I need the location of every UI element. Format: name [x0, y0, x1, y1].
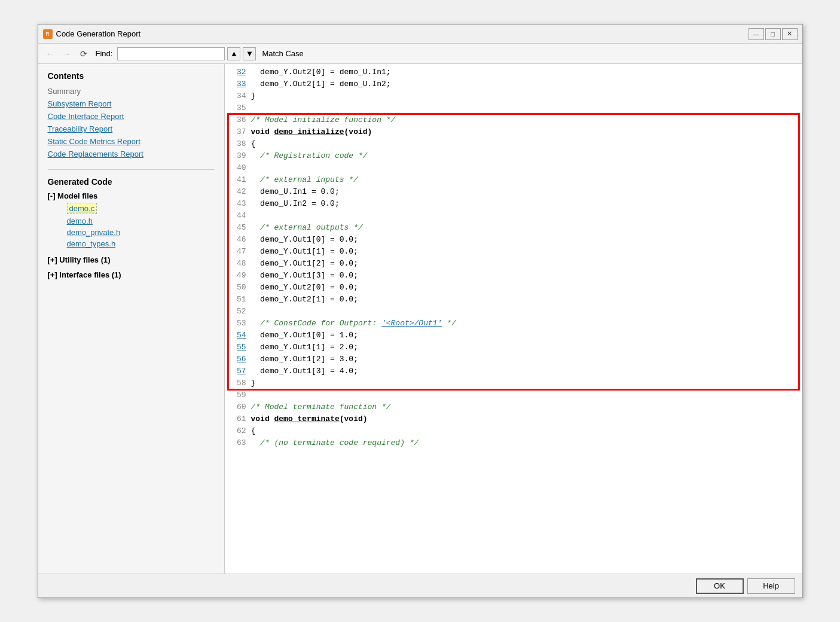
find-label: Find: [96, 49, 113, 58]
code-line: 55 demo_Y.Out1[1] = 2.0; [230, 342, 798, 353]
code-line: 60/* Model terminate function */ [230, 401, 798, 413]
code-line: 40 [230, 162, 798, 174]
tree-file-demo-private-h[interactable]: demo_private.h [48, 228, 215, 237]
model-files-list: demo.cdemo.hdemo_private.hdemo_types.h [48, 203, 215, 251]
bottom-bar: OK Help [38, 574, 802, 597]
sidebar-link-code-interface[interactable]: Code Interface Report [48, 112, 215, 121]
code-line: 52 [230, 306, 798, 318]
code-line: 39 /* Registration code */ [230, 150, 798, 162]
sidebar-link-traceability[interactable]: Traceability Report [48, 124, 215, 133]
sidebar: Contents Summary Subsystem ReportCode In… [38, 64, 225, 574]
close-button[interactable]: ✕ [782, 28, 798, 40]
code-line: 33 demo_Y.Out2[1] = demo_U.In2; [230, 78, 798, 90]
summary-link[interactable]: Summary [48, 87, 215, 96]
code-line: 59 [230, 389, 798, 401]
main-area: Contents Summary Subsystem ReportCode In… [38, 64, 802, 574]
code-line: 48 demo_Y.Out1[2] = 0.0; [230, 258, 798, 270]
code-line: 42 demo_U.In1 = 0.0; [230, 186, 798, 198]
utility-files-header[interactable]: [+] Utility files (1) [48, 255, 215, 264]
code-line: 61void demo_terminate(void) [230, 413, 798, 425]
code-line: 34} [230, 90, 798, 102]
sidebar-link-code-replacements[interactable]: Code Replacements Report [48, 150, 215, 158]
code-line: 32 demo_Y.Out2[0] = demo_U.In1; [230, 66, 798, 78]
code-line: 50 demo_Y.Out2[0] = 0.0; [230, 282, 798, 294]
title-bar: R Code Generation Report — □ ✕ [38, 25, 802, 44]
match-case-label: Match Case [262, 49, 303, 58]
maximize-button[interactable]: □ [765, 28, 781, 40]
tree-file-demo-types-h[interactable]: demo_types.h [48, 239, 215, 248]
code-line: 54 demo_Y.Out1[0] = 1.0; [230, 330, 798, 342]
code-line: 58} [230, 377, 798, 389]
contents-title: Contents [48, 71, 215, 81]
refresh-button[interactable]: ⟳ [77, 47, 91, 60]
code-area[interactable]: 32 demo_Y.Out2[0] = demo_U.In1;33 demo_Y… [225, 64, 802, 574]
code-line: 45 /* external outputs */ [230, 222, 798, 234]
code-line: 63 /* (no terminate code required) */ [230, 437, 798, 449]
sidebar-link-static-code[interactable]: Static Code Metrics Report [48, 137, 215, 146]
minimize-button[interactable]: — [749, 28, 764, 40]
code-line: 37void demo_initialize(void) [230, 126, 798, 138]
find-up-button[interactable]: ▲ [227, 47, 240, 60]
app-icon: R [43, 29, 53, 39]
forward-button[interactable]: → [60, 47, 74, 60]
tree-file-demo-c[interactable]: demo.c [48, 203, 215, 214]
sidebar-divider [48, 169, 215, 170]
code-line: 44 [230, 210, 798, 222]
sidebar-links: Subsystem ReportCode Interface ReportTra… [48, 99, 215, 162]
help-button[interactable]: Help [747, 578, 795, 594]
code-line: 41 /* external inputs */ [230, 174, 798, 186]
main-window: R Code Generation Report — □ ✕ ← → ⟳ Fin… [38, 24, 803, 598]
window-controls: — □ ✕ [749, 28, 798, 40]
code-lines: 32 demo_Y.Out2[0] = demo_U.In1;33 demo_Y… [225, 66, 802, 449]
code-line: 38{ [230, 138, 798, 150]
back-button[interactable]: ← [43, 47, 57, 60]
code-line: 47 demo_Y.Out1[1] = 0.0; [230, 246, 798, 258]
code-line: 57 demo_Y.Out1[3] = 4.0; [230, 365, 798, 377]
find-input[interactable] [117, 47, 225, 60]
code-line: 46 demo_Y.Out1[0] = 0.0; [230, 234, 798, 246]
tree-file-demo-h[interactable]: demo.h [48, 217, 215, 225]
code-line: 51 demo_Y.Out2[1] = 0.0; [230, 294, 798, 306]
find-down-button[interactable]: ▼ [243, 47, 256, 60]
ok-button[interactable]: OK [696, 578, 744, 594]
code-line: 36/* Model initialize function */ [230, 114, 798, 126]
code-line: 56 demo_Y.Out1[2] = 3.0; [230, 353, 798, 365]
code-line: 53 /* ConstCode for Outport: '<Root>/Out… [230, 318, 798, 330]
model-files-header[interactable]: [-] Model files [48, 191, 215, 200]
toolbar: ← → ⟳ Find: ▲ ▼ Match Case [38, 44, 802, 64]
code-line: 62{ [230, 425, 798, 437]
code-line: 43 demo_U.In2 = 0.0; [230, 198, 798, 210]
sidebar-link-subsystem[interactable]: Subsystem Report [48, 99, 215, 108]
interface-files-header[interactable]: [+] Interface files (1) [48, 270, 215, 279]
code-line: 35 [230, 102, 798, 114]
code-line: 49 demo_Y.Out1[3] = 0.0; [230, 270, 798, 282]
generated-code-title: Generated Code [48, 177, 215, 187]
window-title: Code Generation Report [56, 29, 749, 38]
